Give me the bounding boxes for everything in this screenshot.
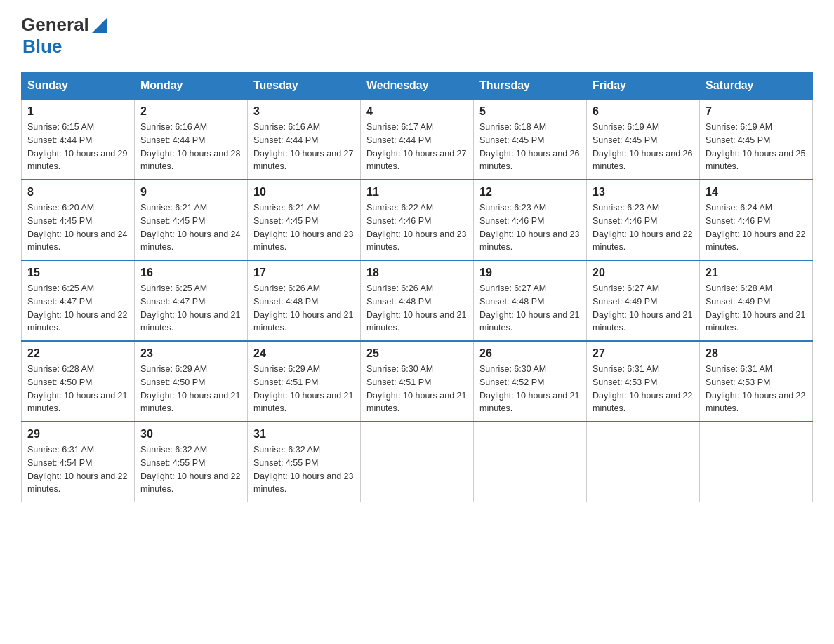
calendar-cell: 13 Sunrise: 6:23 AMSunset: 4:46 PMDaylig… <box>587 180 700 260</box>
day-number: 30 <box>140 428 241 441</box>
calendar-week-row: 29 Sunrise: 6:31 AMSunset: 4:54 PMDaylig… <box>22 422 813 502</box>
calendar-cell: 16 Sunrise: 6:25 AMSunset: 4:47 PMDaylig… <box>135 260 248 341</box>
day-info: Sunrise: 6:26 AMSunset: 4:48 PMDaylight:… <box>366 282 468 335</box>
day-number: 16 <box>140 267 241 279</box>
calendar-cell <box>587 422 700 502</box>
day-number: 22 <box>27 347 128 360</box>
calendar-cell: 11 Sunrise: 6:22 AMSunset: 4:46 PMDaylig… <box>361 180 474 260</box>
page-header: General Blue <box>21 14 813 58</box>
day-info: Sunrise: 6:16 AMSunset: 4:44 PMDaylight:… <box>140 121 241 173</box>
calendar-cell <box>474 422 587 502</box>
day-info: Sunrise: 6:18 AMSunset: 4:45 PMDaylight:… <box>479 121 581 173</box>
day-info: Sunrise: 6:23 AMSunset: 4:46 PMDaylight:… <box>479 201 581 254</box>
calendar-cell: 14 Sunrise: 6:24 AMSunset: 4:46 PMDaylig… <box>700 180 813 260</box>
calendar-cell: 24 Sunrise: 6:29 AMSunset: 4:51 PMDaylig… <box>248 341 361 422</box>
day-info: Sunrise: 6:32 AMSunset: 4:55 PMDaylight:… <box>140 443 241 496</box>
day-number: 13 <box>593 186 694 199</box>
day-info: Sunrise: 6:25 AMSunset: 4:47 PMDaylight:… <box>140 282 241 335</box>
calendar-cell: 28 Sunrise: 6:31 AMSunset: 4:53 PMDaylig… <box>700 341 813 422</box>
day-number: 18 <box>366 267 468 279</box>
calendar-cell: 1 Sunrise: 6:15 AMSunset: 4:44 PMDayligh… <box>22 100 135 180</box>
calendar-cell <box>361 422 474 502</box>
calendar-cell: 2 Sunrise: 6:16 AMSunset: 4:44 PMDayligh… <box>135 100 248 180</box>
day-number: 11 <box>366 186 468 199</box>
day-number: 4 <box>366 105 468 118</box>
day-number: 12 <box>479 186 581 199</box>
logo-blue-text: Blue <box>22 36 62 57</box>
day-number: 23 <box>140 347 241 360</box>
calendar-week-row: 1 Sunrise: 6:15 AMSunset: 4:44 PMDayligh… <box>22 100 813 180</box>
day-info: Sunrise: 6:29 AMSunset: 4:51 PMDaylight:… <box>253 363 355 415</box>
calendar-cell: 6 Sunrise: 6:19 AMSunset: 4:45 PMDayligh… <box>587 100 700 180</box>
day-info: Sunrise: 6:28 AMSunset: 4:49 PMDaylight:… <box>706 282 807 335</box>
day-number: 2 <box>140 105 241 118</box>
calendar-cell: 17 Sunrise: 6:26 AMSunset: 4:48 PMDaylig… <box>248 260 361 341</box>
calendar-cell: 26 Sunrise: 6:30 AMSunset: 4:52 PMDaylig… <box>474 341 587 422</box>
day-number: 25 <box>366 347 468 360</box>
day-info: Sunrise: 6:20 AMSunset: 4:45 PMDaylight:… <box>27 201 128 254</box>
weekday-header-tuesday: Tuesday <box>248 72 361 100</box>
weekday-header-saturday: Saturday <box>700 72 813 100</box>
calendar-cell: 27 Sunrise: 6:31 AMSunset: 4:53 PMDaylig… <box>587 341 700 422</box>
day-number: 28 <box>706 347 807 360</box>
day-number: 10 <box>253 186 355 199</box>
calendar-cell: 21 Sunrise: 6:28 AMSunset: 4:49 PMDaylig… <box>700 260 813 341</box>
calendar-cell: 23 Sunrise: 6:29 AMSunset: 4:50 PMDaylig… <box>135 341 248 422</box>
logo: General Blue <box>21 14 107 58</box>
weekday-header-row: SundayMondayTuesdayWednesdayThursdayFrid… <box>22 72 813 100</box>
day-number: 1 <box>27 105 128 118</box>
day-info: Sunrise: 6:16 AMSunset: 4:44 PMDaylight:… <box>253 121 355 173</box>
calendar-cell: 19 Sunrise: 6:27 AMSunset: 4:48 PMDaylig… <box>474 260 587 341</box>
day-number: 9 <box>140 186 241 199</box>
day-info: Sunrise: 6:30 AMSunset: 4:52 PMDaylight:… <box>479 363 581 415</box>
calendar-cell: 7 Sunrise: 6:19 AMSunset: 4:45 PMDayligh… <box>700 100 813 180</box>
calendar-cell: 8 Sunrise: 6:20 AMSunset: 4:45 PMDayligh… <box>22 180 135 260</box>
day-info: Sunrise: 6:32 AMSunset: 4:55 PMDaylight:… <box>253 443 355 496</box>
day-number: 24 <box>253 347 355 360</box>
day-info: Sunrise: 6:19 AMSunset: 4:45 PMDaylight:… <box>593 121 694 173</box>
day-number: 26 <box>479 347 581 360</box>
day-info: Sunrise: 6:19 AMSunset: 4:45 PMDaylight:… <box>706 121 807 173</box>
day-number: 29 <box>27 428 128 441</box>
calendar-table: SundayMondayTuesdayWednesdayThursdayFrid… <box>21 72 813 502</box>
weekday-header-friday: Friday <box>587 72 700 100</box>
calendar-cell: 3 Sunrise: 6:16 AMSunset: 4:44 PMDayligh… <box>248 100 361 180</box>
calendar-cell: 25 Sunrise: 6:30 AMSunset: 4:51 PMDaylig… <box>361 341 474 422</box>
day-info: Sunrise: 6:22 AMSunset: 4:46 PMDaylight:… <box>366 201 468 254</box>
logo-triangle-icon <box>92 18 107 33</box>
day-info: Sunrise: 6:27 AMSunset: 4:49 PMDaylight:… <box>593 282 694 335</box>
day-info: Sunrise: 6:15 AMSunset: 4:44 PMDaylight:… <box>27 121 128 173</box>
day-info: Sunrise: 6:29 AMSunset: 4:50 PMDaylight:… <box>140 363 241 415</box>
calendar-cell: 22 Sunrise: 6:28 AMSunset: 4:50 PMDaylig… <box>22 341 135 422</box>
calendar-cell: 30 Sunrise: 6:32 AMSunset: 4:55 PMDaylig… <box>135 422 248 502</box>
day-info: Sunrise: 6:27 AMSunset: 4:48 PMDaylight:… <box>479 282 581 335</box>
day-info: Sunrise: 6:21 AMSunset: 4:45 PMDaylight:… <box>253 201 355 254</box>
day-number: 27 <box>593 347 694 360</box>
day-number: 8 <box>27 186 128 199</box>
day-info: Sunrise: 6:30 AMSunset: 4:51 PMDaylight:… <box>366 363 468 415</box>
day-info: Sunrise: 6:23 AMSunset: 4:46 PMDaylight:… <box>593 201 694 254</box>
day-number: 5 <box>479 105 581 118</box>
calendar-cell: 18 Sunrise: 6:26 AMSunset: 4:48 PMDaylig… <box>361 260 474 341</box>
calendar-cell: 4 Sunrise: 6:17 AMSunset: 4:44 PMDayligh… <box>361 100 474 180</box>
day-info: Sunrise: 6:21 AMSunset: 4:45 PMDaylight:… <box>140 201 241 254</box>
calendar-cell: 20 Sunrise: 6:27 AMSunset: 4:49 PMDaylig… <box>587 260 700 341</box>
day-info: Sunrise: 6:25 AMSunset: 4:47 PMDaylight:… <box>27 282 128 335</box>
day-number: 21 <box>706 267 807 279</box>
calendar-cell: 29 Sunrise: 6:31 AMSunset: 4:54 PMDaylig… <box>22 422 135 502</box>
day-number: 20 <box>593 267 694 279</box>
day-number: 15 <box>27 267 128 279</box>
day-number: 6 <box>593 105 694 118</box>
day-number: 19 <box>479 267 581 279</box>
day-number: 14 <box>706 186 807 199</box>
day-info: Sunrise: 6:24 AMSunset: 4:46 PMDaylight:… <box>706 201 807 254</box>
calendar-cell: 10 Sunrise: 6:21 AMSunset: 4:45 PMDaylig… <box>248 180 361 260</box>
day-info: Sunrise: 6:31 AMSunset: 4:54 PMDaylight:… <box>27 443 128 496</box>
weekday-header-sunday: Sunday <box>22 72 135 100</box>
day-number: 17 <box>253 267 355 279</box>
weekday-header-wednesday: Wednesday <box>361 72 474 100</box>
day-info: Sunrise: 6:17 AMSunset: 4:44 PMDaylight:… <box>366 121 468 173</box>
day-number: 7 <box>706 105 807 118</box>
calendar-cell: 12 Sunrise: 6:23 AMSunset: 4:46 PMDaylig… <box>474 180 587 260</box>
calendar-cell: 9 Sunrise: 6:21 AMSunset: 4:45 PMDayligh… <box>135 180 248 260</box>
